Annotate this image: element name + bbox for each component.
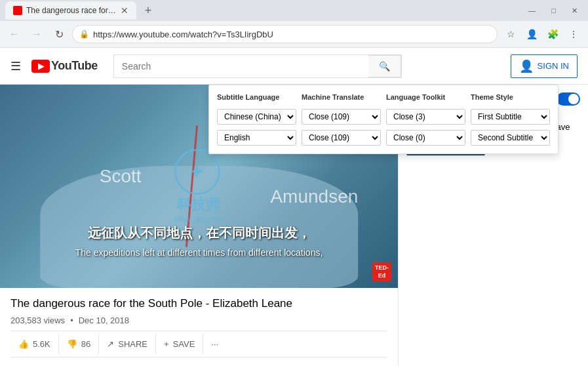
browser-titlebar: The dangerous race for the S... ✕ + — □ … [0,0,588,21]
save-icon: + [164,339,169,349]
url-text: https://www.youtube.com/watch?v=Ts3LIirg… [93,30,490,39]
sign-in-label: SIGN IN [538,61,569,71]
thumbs-up-icon: 👍 [18,339,29,349]
subtitle-panel: Subtitle Language Machine Translate Lang… [208,85,559,154]
youtube-header: ☰ ▶ YouTube 🔍 👤 SIGN IN Subtitle Languag… [0,48,588,85]
theme-style-header: Theme Style [471,93,550,104]
theme-style-row1: First Subtitle Second Subtitle [471,109,550,125]
minimize-button[interactable]: — [523,5,541,16]
scott-label: Scott [100,166,142,187]
video-meta: 203,583 views • Dec 10, 2018 [10,315,387,325]
tab-title: The dangerous race for the S... [26,6,117,15]
search-input[interactable] [114,57,368,75]
video-actions: 👍 5.6K 👎 86 ↗ SHARE + SAVE [10,331,387,357]
tab-close-icon[interactable]: ✕ [121,5,128,16]
theme-style-select-2[interactable]: First Subtitle Second Subtitle [471,130,550,146]
video-info: The dangerous race for the South Pole - … [0,288,398,363]
autoplay-switch[interactable] [557,92,580,106]
amundsen-label: Amundsen [270,186,358,207]
share-button[interactable]: ↗ SHARE [99,334,156,354]
back-button[interactable]: ← [5,25,24,43]
account-circle-icon: 👤 [519,59,534,73]
youtube-logo-text: YouTube [51,59,98,73]
youtube-logo-icon: ▶ [31,60,50,73]
lang-toolkit-select-2[interactable]: Close (0) Open [386,130,465,146]
theme-style-select-1[interactable]: First Subtitle Second Subtitle [471,109,550,125]
subtitle-grid: Subtitle Language Machine Translate Lang… [217,93,550,146]
video-title: The dangerous race for the South Pole - … [10,296,387,312]
favicon-icon [13,6,22,15]
watermark: ✦ 科技师 www.3kjs.com [174,149,224,224]
lang-toolkit-row1: Close (3) Open [386,109,465,125]
more-icon: ··· [211,339,218,349]
lock-icon: 🔒 [79,30,89,39]
browser-tab[interactable]: The dangerous race for the S... ✕ [5,1,136,20]
hamburger-menu-icon[interactable]: ☰ [10,59,21,73]
subtitle-chinese: 远征队从不同地点，在不同时间出发， [88,224,311,242]
save-button[interactable]: + SAVE [156,334,203,354]
machine-translate-row1: Close (109) Open [302,109,381,125]
address-bar[interactable]: 🔒 https://www.youtube.com/watch?v=Ts3LIi… [72,25,498,43]
subtitle-lang-select-1[interactable]: Chinese (China) English [217,109,296,125]
watermark-container: ✦ 科技师 www.3kjs.com [174,149,224,224]
browser-chrome: The dangerous race for the S... ✕ + — □ … [0,0,588,48]
machine-translate-header: Machine Translate [302,93,381,104]
machine-translate-select-1[interactable]: Close (109) Open [302,109,381,125]
search-bar: 🔍 [113,54,402,78]
menu-icon[interactable]: ⋮ [564,25,583,43]
watermark-star-icon: ✦ [188,159,206,184]
refresh-button[interactable]: ↻ [50,25,68,43]
machine-translate-row2: Close (109) Open [302,130,381,146]
upload-date: • [70,315,73,325]
thumbs-down-icon: 👎 [67,339,77,349]
machine-translate-select-2[interactable]: Close (109) Open [302,130,381,146]
watermark-brand: 科技师 [174,195,224,214]
new-tab-button[interactable]: + [139,1,157,20]
toggle-knob [568,94,579,104]
like-button[interactable]: 👍 5.6K [10,334,59,354]
header-actions: 👤 SIGN IN [511,54,578,78]
lang-toolkit-select-1[interactable]: Close (3) Open [386,109,465,125]
language-toolkit-header: Language Toolkit [386,93,465,104]
browser-toolbar: ← → ↻ 🔒 https://www.youtube.com/watch?v=… [0,21,588,47]
extension-icon[interactable]: 🧩 [543,25,562,43]
upload-date-text: Dec 10, 2018 [79,315,129,325]
share-label: SHARE [118,339,147,349]
view-count: 203,583 views [10,315,65,325]
bookmark-icon[interactable]: ☆ [501,25,520,43]
subtitle-lang-select-2[interactable]: Chinese (China) English [217,130,296,146]
more-button[interactable]: ··· [203,334,226,354]
lang-toolkit-row2: Close (0) Open [386,130,465,146]
subtitle-lang-header: Subtitle Language [217,93,296,104]
save-label: SAVE [173,339,195,349]
watermark-url: www.3kjs.com [174,214,224,224]
dislike-count: 86 [81,339,90,349]
close-window-button[interactable]: ✕ [566,5,583,16]
sign-in-button[interactable]: 👤 SIGN IN [511,54,578,78]
like-count: 5.6K [33,339,50,349]
toolbar-actions: ☆ 👤 🧩 ⋮ [501,25,583,43]
theme-style-row2: First Subtitle Second Subtitle [471,130,550,146]
youtube-logo[interactable]: ▶ YouTube [31,59,98,73]
share-icon: ↗ [107,339,114,349]
subtitle-lang-row1: Chinese (China) English [217,109,296,125]
forward-button[interactable]: → [28,25,46,43]
profile-icon[interactable]: 👤 [522,25,541,43]
subtitle-english: The expeditions left at different times … [75,247,323,258]
search-button[interactable]: 🔍 [368,55,401,77]
youtube-page: ☰ ▶ YouTube 🔍 👤 SIGN IN Subtitle Languag… [0,48,588,366]
watermark-circle: ✦ [174,149,220,195]
ted-badge: TED-Ed [372,262,391,281]
subtitle-lang-row2: Chinese (China) English [217,130,296,146]
dislike-button[interactable]: 👎 86 [59,334,99,354]
maximize-button[interactable]: □ [546,5,561,16]
window-controls: — □ ✕ [523,5,583,16]
